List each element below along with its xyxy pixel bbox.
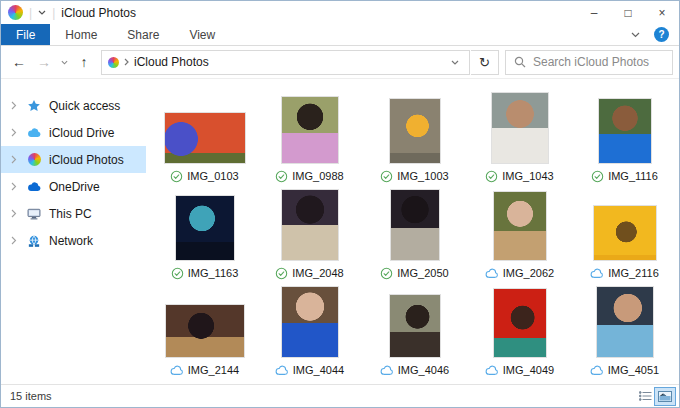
minimize-button[interactable]: – (577, 1, 611, 24)
file-name: IMG_0988 (292, 170, 343, 182)
photo-thumbnail[interactable] (166, 305, 244, 357)
file-item[interactable]: IMG_4049 (467, 281, 572, 378)
explorer-window: { "window": { "title": "iCloud Photos", … (0, 0, 680, 408)
photo-thumbnail[interactable] (599, 99, 651, 163)
photo-thumbnail[interactable] (492, 93, 548, 163)
file-caption: IMG_2050 (380, 265, 448, 281)
file-item[interactable]: IMG_2050 (362, 184, 467, 281)
photo-thumbnail[interactable] (282, 190, 338, 260)
thumbnail-view-button[interactable] (655, 388, 675, 405)
file-name: IMG_2144 (188, 364, 239, 376)
file-caption: IMG_4046 (380, 362, 449, 378)
tab-file[interactable]: File (1, 24, 50, 45)
file-item[interactable]: IMG_2048 (257, 184, 362, 281)
search-input[interactable] (533, 55, 664, 69)
breadcrumb[interactable]: iCloud Photos (134, 55, 209, 69)
sidebar-item-label: OneDrive (49, 180, 100, 194)
file-name: IMG_1043 (502, 170, 553, 182)
photo-thumbnail[interactable] (165, 113, 245, 163)
file-item[interactable]: IMG_4051 (572, 281, 677, 378)
synced-check-icon (170, 170, 183, 183)
photo-thumbnail[interactable] (391, 190, 439, 260)
file-caption: IMG_2062 (485, 265, 554, 281)
cloud-status-icon (485, 268, 499, 279)
file-name: IMG_1116 (608, 170, 658, 182)
expand-chevron-icon[interactable] (11, 155, 19, 164)
cloud-status-icon (590, 268, 604, 279)
file-item[interactable]: IMG_1043 (467, 87, 572, 184)
file-item[interactable]: IMG_4044 (257, 281, 362, 378)
file-item[interactable]: IMG_1116 (572, 87, 677, 184)
photo-thumbnail[interactable] (494, 192, 546, 260)
tab-share[interactable]: Share (112, 24, 174, 45)
sidebar-item-network[interactable]: Network (1, 227, 146, 254)
cloud-status-icon (485, 365, 499, 376)
icloud-drive-icon (26, 127, 42, 138)
tab-view[interactable]: View (174, 24, 230, 45)
expand-chevron-icon[interactable] (11, 101, 19, 110)
photos-pinwheel-icon (26, 153, 42, 166)
file-caption: IMG_1043 (485, 168, 553, 184)
file-name: IMG_4049 (503, 364, 554, 376)
sidebar-item-this-pc[interactable]: This PC (1, 200, 146, 227)
file-item[interactable]: IMG_2062 (467, 184, 572, 281)
photo-thumbnail[interactable] (282, 97, 338, 163)
file-name: IMG_2050 (397, 267, 448, 279)
tab-home[interactable]: Home (50, 24, 112, 45)
expand-chevron-icon[interactable] (11, 236, 19, 245)
file-item[interactable]: IMG_2116 (572, 184, 677, 281)
item-count: 15 items (10, 390, 52, 402)
photo-thumbnail[interactable] (597, 287, 653, 357)
sidebar-item-label: Network (49, 234, 93, 248)
synced-check-icon (275, 267, 288, 280)
photo-thumbnail[interactable] (390, 295, 440, 357)
file-item[interactable]: IMG_2144 (152, 281, 257, 378)
file-name: IMG_4044 (293, 364, 344, 376)
cloud-status-icon (275, 365, 289, 376)
synced-check-icon (380, 267, 393, 280)
file-item[interactable]: IMG_1003 (362, 87, 467, 184)
photo-thumbnail[interactable] (282, 287, 338, 357)
sidebar-item-onedrive[interactable]: OneDrive (1, 173, 146, 200)
back-button[interactable]: ← (7, 50, 31, 74)
file-item[interactable]: IMG_0988 (257, 87, 362, 184)
ribbon-right-controls: ? (631, 24, 679, 45)
refresh-button[interactable]: ↻ (471, 50, 499, 75)
ribbon-tabs: FileHomeShareView (1, 24, 230, 45)
search-box (505, 50, 673, 75)
recent-locations-caret-icon[interactable] (57, 50, 71, 74)
sidebar-item-icloud-photos[interactable]: iCloud Photos (1, 146, 146, 173)
photo-thumbnail[interactable] (594, 206, 656, 260)
file-item[interactable]: IMG_4046 (362, 281, 467, 378)
photo-thumbnail[interactable] (176, 196, 234, 260)
window-title: iCloud Photos (61, 6, 136, 20)
cloud-status-icon (380, 365, 394, 376)
expand-chevron-icon[interactable] (11, 128, 19, 137)
help-button[interactable]: ? (654, 27, 669, 42)
file-caption: IMG_4051 (590, 362, 659, 378)
address-dropdown-caret-icon[interactable] (447, 60, 463, 65)
expand-chevron-icon[interactable] (11, 209, 19, 218)
expand-chevron-icon[interactable] (11, 182, 19, 191)
photo-thumbnail[interactable] (494, 289, 546, 357)
up-button[interactable]: ↑ (72, 50, 96, 74)
sidebar-item-icloud-drive[interactable]: iCloud Drive (1, 119, 146, 146)
file-caption: IMG_4049 (485, 362, 554, 378)
photo-thumbnail[interactable] (390, 99, 440, 163)
synced-check-icon (591, 170, 604, 183)
address-bar[interactable]: iCloud Photos (101, 50, 470, 75)
collapse-ribbon-chevron-icon[interactable] (631, 32, 640, 38)
forward-button[interactable]: → (32, 50, 56, 74)
network-icon (26, 235, 42, 247)
file-item[interactable]: IMG_0103 (152, 87, 257, 184)
quick-access-toolbar-caret-icon[interactable] (38, 10, 46, 15)
details-view-button[interactable] (635, 388, 655, 405)
sidebar-item-quick-access[interactable]: Quick access (1, 92, 146, 119)
sidebar-item-label: iCloud Photos (49, 153, 124, 167)
maximize-button[interactable]: □ (611, 1, 645, 24)
star-icon (26, 99, 42, 113)
file-caption: IMG_1163 (171, 265, 239, 281)
close-button[interactable]: × (645, 1, 679, 24)
titlebar-divider: | (29, 6, 32, 20)
file-item[interactable]: IMG_1163 (152, 184, 257, 281)
